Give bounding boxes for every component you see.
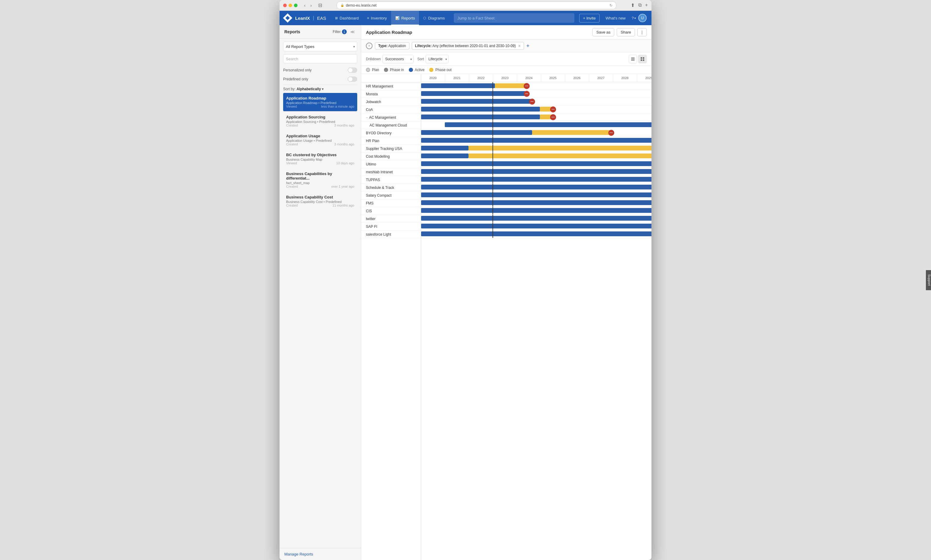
row-label-9: Cost Modelling — [361, 152, 421, 160]
bar-8-0[interactable] — [421, 146, 469, 151]
help-button[interactable]: ? ▾ — [632, 16, 636, 20]
header-actions: Save as Share ⋮ — [592, 28, 647, 36]
sidebar: Reports Filter 1 ≪ All Report Types Appl… — [279, 25, 361, 560]
nav-item-dashboard[interactable]: ⊞ Dashboard — [331, 11, 363, 25]
bar-16-0[interactable] — [421, 208, 652, 213]
bar-18-0[interactable] — [421, 224, 652, 228]
manage-reports-link[interactable]: Manage Reports — [279, 548, 361, 560]
report-item-bc-cost[interactable]: Business Capability Cost Business Capabi… — [283, 192, 357, 210]
row-label-text-18: SAP FI — [366, 225, 377, 229]
gantt-row-12 — [421, 176, 652, 183]
whats-new-button[interactable]: What's new — [602, 16, 629, 20]
svg-rect-1 — [631, 59, 635, 59]
share-button[interactable]: Share — [617, 28, 635, 36]
bar-1-0[interactable] — [421, 91, 527, 96]
predefined-toggle[interactable] — [348, 77, 357, 82]
today-line-5 — [493, 121, 493, 129]
bar-17-0[interactable] — [421, 216, 652, 221]
filter-lifecycle-remove[interactable]: × — [518, 43, 521, 48]
report-type-select[interactable]: All Report Types Application Roadmap Bus… — [283, 42, 357, 51]
year-cell-2029: 2029 — [637, 74, 652, 82]
bar-15-0[interactable] — [421, 200, 652, 205]
close-button[interactable] — [283, 4, 287, 7]
filter-clear-button[interactable]: × — [366, 43, 373, 49]
back-button[interactable]: ‹ — [302, 2, 307, 8]
bar-4-0[interactable] — [421, 114, 540, 119]
gantt-labels-body: HR ManagementMonstaJobwatchCoA−AC Manage… — [361, 82, 421, 560]
lock-icon: 🔒 — [341, 4, 344, 7]
new-tab-icon[interactable]: + — [645, 2, 648, 8]
bar-6-1[interactable] — [532, 130, 611, 135]
nav-item-reports[interactable]: 📊 Reports — [391, 11, 419, 25]
row-label-text-10: Ultimo — [366, 162, 376, 166]
bar-6-0[interactable] — [421, 130, 532, 135]
predefined-label: Predefined only — [283, 77, 308, 81]
row-label-text-2: Jobwatch — [366, 100, 381, 104]
report-item-meta: Application Roadmap • Predefined — [286, 101, 354, 105]
report-item-bc-differentiat[interactable]: Business Capabilities by differentiat...… — [283, 168, 357, 191]
row-label-3: CoA — [361, 106, 421, 114]
gantt-row-8 — [421, 145, 652, 152]
app-window: ‹ › ⊟ 🔒 demo-eu.leanix.net ↻ ⬆ ⧉ + LeanI… — [279, 0, 652, 560]
bar-3-0[interactable] — [421, 107, 540, 112]
filter-button[interactable]: Filter 1 — [333, 29, 347, 34]
bar-7-0[interactable] — [421, 138, 652, 143]
sort-bar[interactable]: Sort by: Alphabetically ▾ — [283, 84, 357, 93]
bar-9-0[interactable] — [421, 154, 469, 158]
filter-chip-lifecycle: Lifecycle: Any (effective between 2020-0… — [412, 42, 524, 50]
content-area: Application Roadmap Save as Share ⋮ × Ty… — [361, 25, 652, 560]
today-line-11 — [493, 168, 493, 175]
collapse-icon-4[interactable]: − — [366, 116, 368, 119]
bar-0-1[interactable] — [495, 83, 527, 88]
report-item-meta: fact_sheet_map — [286, 181, 354, 185]
svg-rect-2 — [631, 60, 635, 60]
personalized-toggle[interactable] — [348, 68, 357, 73]
duplicate-icon[interactable]: ⧉ — [638, 2, 641, 8]
report-item-title: Business Capability Cost — [286, 195, 354, 199]
bar-19-0[interactable] — [421, 231, 652, 236]
report-item-bc-clustered[interactable]: BC clustered by Objectives Business Capa… — [283, 149, 357, 168]
report-search-input[interactable] — [283, 54, 357, 63]
sidebar-collapse-button[interactable]: ≪ — [349, 29, 356, 35]
bar-12-0[interactable] — [421, 177, 652, 182]
today-line-8 — [493, 145, 493, 152]
bar-9-1[interactable] — [469, 154, 652, 158]
more-options-button[interactable]: ⋮ — [637, 28, 647, 36]
legend-phase-in: Phase in — [384, 68, 404, 72]
bar-0-0[interactable] — [421, 83, 495, 88]
bar-11-0[interactable] — [421, 169, 652, 174]
bar-5-0[interactable] — [445, 122, 652, 127]
bar-2-0[interactable] — [421, 99, 532, 104]
list-view-button[interactable] — [629, 55, 637, 63]
minimize-button[interactable] — [288, 4, 292, 7]
forward-button[interactable]: › — [308, 2, 314, 8]
bar-10-0[interactable] — [421, 161, 652, 166]
controls-right — [629, 55, 647, 63]
svg-rect-4 — [643, 57, 644, 59]
avatar[interactable]: U — [638, 14, 647, 22]
maximize-button[interactable] — [294, 4, 297, 7]
bar-14-0[interactable] — [421, 192, 652, 197]
today-line-7 — [493, 137, 493, 144]
sort-select[interactable]: Lifecycle Name — [425, 55, 449, 63]
filter-add-button[interactable]: + — [526, 43, 530, 49]
report-item-application-sourcing[interactable]: Application Sourcing Application Sourcin… — [283, 112, 357, 130]
nav-item-diagrams[interactable]: ⬡ Diagrams — [419, 11, 449, 25]
row-label-6: BYOD Directory — [361, 129, 421, 137]
report-item-application-roadmap[interactable]: Application Roadmap Application Roadmap … — [283, 93, 357, 111]
report-item-application-usage[interactable]: Application Usage Application Usage • Pr… — [283, 131, 357, 149]
support-tab[interactable]: Support — [926, 270, 931, 290]
logo-text: LeanIX — [295, 15, 310, 21]
factsheet-search-input[interactable] — [454, 13, 574, 23]
bar-13-0[interactable] — [421, 185, 652, 189]
invite-button[interactable]: + Invite — [579, 14, 600, 23]
save-as-button[interactable]: Save as — [592, 28, 614, 36]
reload-icon[interactable]: ↻ — [609, 3, 612, 8]
share-icon[interactable]: ⬆ — [631, 2, 635, 8]
grid-view-button[interactable] — [638, 55, 647, 63]
bar-8-1[interactable] — [469, 146, 652, 151]
gantt-chart[interactable]: 2020202120222023202420252026202720282029… — [421, 74, 652, 560]
drilldown-select[interactable]: Successors Predecessors — [382, 55, 414, 63]
nav-item-inventory[interactable]: ≡ Inventory — [363, 11, 391, 25]
end-dot-1: — — [524, 91, 530, 97]
